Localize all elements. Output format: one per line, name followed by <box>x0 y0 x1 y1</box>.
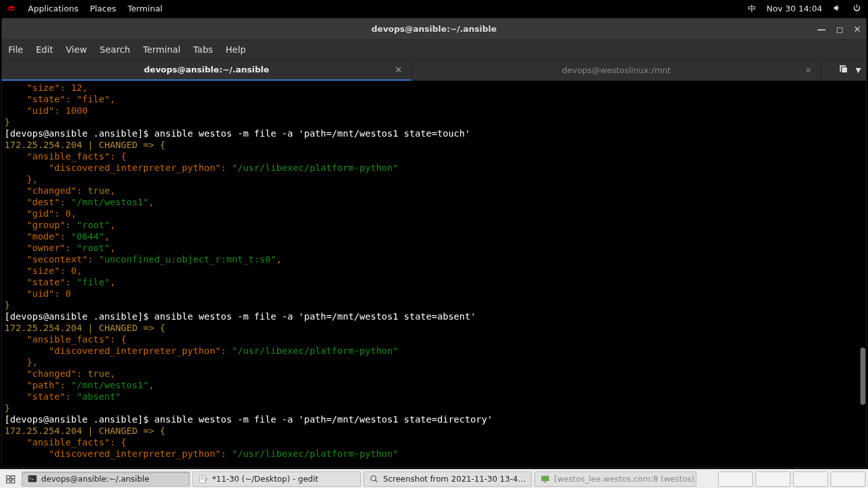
term-line: true <box>88 369 110 379</box>
term-line: "size": 0, <box>4 266 82 276</box>
term-line: "discovered_interpreter_python": <box>4 346 232 356</box>
term-line: , <box>110 277 116 287</box>
term-line: "ansible_facts": { <box>4 151 126 161</box>
term-line: "state": <box>4 391 77 402</box>
taskbar-item-imageviewer[interactable]: Screenshot from 2021-11-30 13-4… <box>363 471 532 487</box>
command: ansible westos -m file -a 'path=/mnt/wes… <box>154 311 476 322</box>
taskbar-pager-3[interactable] <box>793 471 828 487</box>
term-line: true <box>88 186 110 196</box>
term-line: } <box>4 300 10 310</box>
tab-label: devops@ansible:~/.ansible <box>144 65 269 74</box>
menu-terminal[interactable]: Terminal <box>143 44 180 55</box>
term-line: "/mnt/westos1" <box>71 197 149 207</box>
menu-tabs[interactable]: Tabs <box>193 44 213 55</box>
term-line: "ansible_facts": { <box>4 437 126 447</box>
menu-view[interactable]: View <box>66 44 87 55</box>
term-line: "absent" <box>77 391 121 402</box>
gnome-top-panel: Applications Places Terminal 中 Nov 30 14… <box>0 0 868 17</box>
command: ansible westos -m file -a 'path=/mnt/wes… <box>154 414 493 424</box>
term-line: "discovered_interpreter_python": <box>4 449 232 459</box>
menu-help[interactable]: Help <box>226 44 246 55</box>
new-tab-icon[interactable] <box>838 64 848 76</box>
result-header: 172.25.254.204 | CHANGED => { <box>4 426 165 436</box>
taskbar-item-label: devops@ansible:~/.ansible <box>41 474 149 484</box>
svg-rect-2 <box>6 480 10 483</box>
prompt: [devops@ansible .ansible]$ <box>4 311 154 322</box>
close-button[interactable]: ✕ <box>853 24 861 34</box>
minimize-button[interactable]: — <box>817 24 826 34</box>
redhat-icon <box>6 3 17 15</box>
tab-label: devops@westoslinux:/mnt <box>562 65 670 75</box>
prompt: [devops@ansible .ansible]$ <box>4 414 154 424</box>
term-line: "secontext": <box>4 254 98 264</box>
term-line: "changed": <box>4 186 88 196</box>
terminal-window: devops@ansible:~/.ansible — ◻ ✕ File Edi… <box>1 18 867 468</box>
menubar: File Edit View Search Terminal Tabs Help <box>2 40 866 59</box>
term-line: , <box>104 231 110 241</box>
tab-2[interactable]: devops@westoslinux:/mnt × <box>412 59 822 81</box>
term-line: "ansible_facts": { <box>4 334 126 344</box>
window-titlebar[interactable]: devops@ansible:~/.ansible — ◻ ✕ <box>2 18 866 40</box>
term-line: "root" <box>77 220 110 230</box>
term-line: }, <box>4 174 37 184</box>
svg-rect-8 <box>544 482 546 482</box>
term-line: , <box>110 369 116 379</box>
window-title: devops@ansible:~/.ansible <box>372 24 497 34</box>
tab-menu-icon[interactable]: ▼ <box>856 66 861 74</box>
menu-edit[interactable]: Edit <box>36 44 53 55</box>
workspace-switcher-icon[interactable] <box>3 474 19 484</box>
taskbar-item-label: Screenshot from 2021-11-30 13-4… <box>383 474 526 484</box>
term-line: , <box>110 186 116 196</box>
power-icon[interactable] <box>852 3 862 15</box>
term-line: , <box>110 220 116 230</box>
tab-close-icon[interactable]: × <box>395 64 402 74</box>
svg-rect-1 <box>11 475 15 478</box>
result-header: 172.25.254.204 | CHANGED => { <box>4 323 165 333</box>
command: ansible westos -m file -a 'path=/mnt/wes… <box>154 128 471 139</box>
tab-close-icon[interactable]: × <box>804 65 812 75</box>
tab-bar: devops@ansible:~/.ansible × devops@westo… <box>2 59 866 81</box>
menu-terminal[interactable]: Terminal <box>128 4 163 13</box>
taskbar-item-vnc[interactable]: [westos_lee.westos.com:8 (westos)… <box>534 471 696 487</box>
term-line: "uid": 0 <box>4 288 71 299</box>
taskbar-item-terminal[interactable]: devops@ansible:~/.ansible <box>22 471 190 487</box>
taskbar-item-gedit[interactable]: *11-30 (~/Desktop) - gedit <box>193 471 361 487</box>
menu-search[interactable]: Search <box>100 44 130 55</box>
menu-applications[interactable]: Applications <box>28 4 78 13</box>
menu-file[interactable]: File <box>8 44 23 55</box>
term-line: "/mnt/westos1" <box>71 380 149 390</box>
clock[interactable]: Nov 30 14:04 <box>766 4 822 13</box>
maximize-button[interactable]: ◻ <box>836 24 844 34</box>
taskbar-pager-1[interactable] <box>718 471 753 487</box>
svg-rect-7 <box>541 475 549 481</box>
taskbar-item-label: [westos_lee.westos.com:8 (westos)… <box>554 474 696 484</box>
term-line: "unconfined_u:object_r:mnt_t:s0" <box>98 254 276 264</box>
term-line: "gid": 0, <box>4 208 77 219</box>
term-line: "size": 12, <box>4 83 88 93</box>
term-line: "changed": <box>4 369 88 379</box>
term-line: , <box>110 243 116 253</box>
svg-rect-3 <box>11 480 15 483</box>
terminal-output[interactable]: "size": 12, "state": "file", "uid": 1000… <box>2 81 866 467</box>
term-line: "state": "file", <box>4 94 116 104</box>
term-line: , <box>149 197 154 207</box>
term-line: } <box>4 403 10 413</box>
scrollbar-thumb[interactable] <box>860 348 865 405</box>
svg-rect-4 <box>28 475 36 482</box>
term-line: , <box>276 254 282 264</box>
term-line: "0644" <box>71 231 104 241</box>
term-line: }, <box>4 357 37 367</box>
ime-indicator[interactable]: 中 <box>748 3 756 15</box>
volume-icon[interactable] <box>832 3 842 15</box>
result-header: 172.25.254.204 | CHANGED => { <box>4 140 165 150</box>
term-line: "owner": <box>4 243 77 253</box>
term-line: "/usr/libexec/platform-python" <box>232 346 398 356</box>
taskbar-pager-2[interactable] <box>756 471 790 487</box>
term-line: , <box>149 380 154 390</box>
term-line: "mode": <box>4 231 71 241</box>
taskbar-pager-4[interactable] <box>831 471 865 487</box>
tab-1[interactable]: devops@ansible:~/.ansible × <box>2 59 412 81</box>
term-line: "/usr/libexec/platform-python" <box>232 163 398 173</box>
menu-places[interactable]: Places <box>90 4 116 13</box>
term-line: "state": <box>4 277 77 287</box>
